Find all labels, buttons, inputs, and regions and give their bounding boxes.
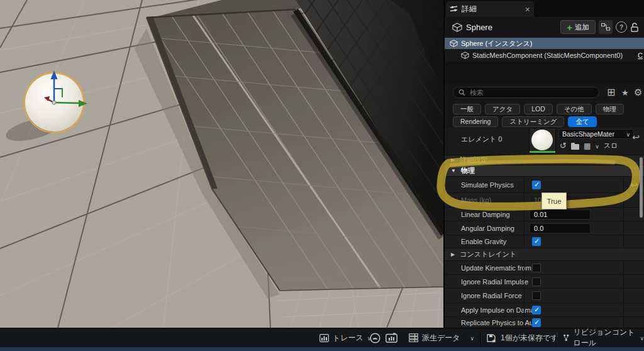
- cube-icon: [450, 40, 458, 47]
- row-linear-damping: Linear Damping 0.01: [445, 208, 644, 221]
- use-selected-asset-icon[interactable]: [560, 141, 567, 150]
- tree-item-staticmeshcomponent[interactable]: StaticMeshComponent (StaticMeshComponent…: [445, 49, 644, 62]
- scene: [0, 0, 443, 328]
- ignore-radial-impulse-checkbox[interactable]: [532, 277, 541, 286]
- row-ignore-radial-impulse: Ignore Radial Impulse: [445, 275, 644, 289]
- camera-icon: [386, 333, 397, 343]
- chevron-right-icon: [451, 252, 455, 257]
- divider: [480, 331, 482, 345]
- lock-open-icon[interactable]: [630, 22, 639, 33]
- object-name: Sphere: [466, 23, 492, 32]
- unreal-editor-window: { "panel": { "tab_title": "詳細", "header"…: [0, 0, 644, 351]
- enable-gravity-checkbox[interactable]: [532, 237, 541, 246]
- browse-folder-icon[interactable]: [571, 144, 579, 150]
- asset-color-bar: [530, 151, 555, 153]
- filter-physics[interactable]: 物理: [596, 104, 624, 114]
- chevron-down-icon: [640, 333, 644, 342]
- details-sliders-icon: [450, 5, 458, 13]
- close-icon[interactable]: [525, 4, 530, 14]
- gauge-icon: [370, 333, 380, 343]
- search-row: [445, 82, 644, 103]
- help-icon[interactable]: [616, 21, 627, 33]
- chevron-down-icon[interactable]: [595, 142, 599, 150]
- linear-damping-input[interactable]: 0.01: [530, 209, 591, 220]
- node-graph-icon: [601, 23, 610, 31]
- material-dropdown[interactable]: BasicShapeMater: [558, 129, 634, 139]
- display-options-icon[interactable]: [607, 87, 615, 98]
- viewport-3d[interactable]: [0, 0, 443, 328]
- chevron-down-icon: [470, 333, 475, 342]
- chevron-down-icon: [626, 130, 630, 138]
- section-constraints[interactable]: コンストレイント: [445, 248, 644, 261]
- tab-details[interactable]: 詳細: [446, 1, 534, 17]
- material-thumbnail[interactable]: [529, 128, 556, 153]
- material-element-row: エレメント 0 BasicShapeMater スロ: [445, 127, 644, 155]
- details-panel: 詳細 Sphere + 追加: [443, 0, 644, 328]
- filter-rendering[interactable]: Rendering: [453, 116, 498, 127]
- row-ignore-radial-force: Ignore Radial Force: [445, 289, 644, 303]
- cube-icon: [452, 23, 462, 32]
- search-box[interactable]: [453, 87, 599, 98]
- row-replicate-physics: Replicate Physics to Aut...: [445, 317, 644, 328]
- filter-misc[interactable]: その他: [557, 104, 592, 114]
- revision-control-menu[interactable]: リビジョンコントロール: [563, 328, 644, 347]
- tooltip: True: [541, 192, 567, 209]
- apply-impulse-checkbox[interactable]: [532, 306, 541, 315]
- derived-data-menu[interactable]: 派生データ: [409, 328, 474, 347]
- add-component-button[interactable]: + 追加: [560, 20, 596, 34]
- filter-actor[interactable]: アクタ: [485, 104, 520, 114]
- filter-general[interactable]: 一般: [453, 104, 481, 114]
- component-tree: Sphere (インスタンス) StaticMeshComponent (Sta…: [445, 38, 644, 82]
- filter-all[interactable]: 全て: [568, 116, 596, 127]
- row-angular-damping: Angular Damping 0.0: [445, 221, 644, 235]
- simulate-physics-checkbox[interactable]: [532, 181, 541, 189]
- replicate-physics-checkbox[interactable]: [532, 318, 541, 327]
- trace-menu[interactable]: トレース: [319, 328, 371, 347]
- favorites-icon[interactable]: [621, 87, 629, 99]
- section-advanced[interactable]: 詳細設定: [445, 155, 644, 165]
- filter-lod[interactable]: LOD: [524, 104, 553, 114]
- divider: [556, 331, 557, 345]
- slot-label: スロ: [604, 141, 618, 150]
- window-bottom-strip: [0, 347, 644, 351]
- edit-link[interactable]: C: [638, 52, 643, 59]
- chevron-right-icon: [451, 157, 455, 163]
- snapshot-button[interactable]: [386, 328, 397, 347]
- filter-chips-row2: Rendering ストリーミング 全て: [453, 116, 597, 127]
- branch-icon: [563, 333, 569, 343]
- blueprint-node-button[interactable]: [599, 20, 613, 34]
- reset-to-default-icon[interactable]: [630, 180, 638, 190]
- ignore-radial-force-checkbox[interactable]: [532, 291, 541, 300]
- magnifier-icon: [458, 89, 465, 96]
- tab-title: 詳細: [462, 4, 521, 14]
- panel-header: Sphere + 追加: [445, 17, 644, 38]
- row-enable-gravity: Enable Gravity: [445, 235, 644, 248]
- asset-grid-icon[interactable]: [584, 142, 591, 150]
- panel-scrollbar[interactable]: [640, 157, 643, 218]
- stack-icon: [409, 333, 418, 342]
- element-label: エレメント 0: [461, 135, 502, 144]
- reset-material-icon[interactable]: [632, 132, 640, 142]
- mass-override-checkbox[interactable]: [448, 196, 458, 205]
- insights-timer-button[interactable]: [370, 328, 380, 347]
- cube-icon: [461, 52, 469, 59]
- unsaved-indicator[interactable]: 1個が未保存です: [487, 328, 558, 347]
- status-bar: トレース 派生データ 1個が未保存です: [0, 328, 644, 347]
- chevron-down-icon: [451, 168, 456, 174]
- filter-chips-row1: 一般 アクタ LOD その他 物理: [453, 104, 624, 114]
- save-disk-icon: [487, 333, 497, 343]
- bar-chart-icon: [319, 334, 329, 342]
- search-input[interactable]: [469, 88, 594, 97]
- panel-tab-bar: 詳細: [445, 0, 644, 17]
- filter-streaming[interactable]: ストリーミング: [502, 116, 564, 127]
- update-kinematic-checkbox[interactable]: [532, 264, 541, 272]
- section-physics[interactable]: 物理: [445, 165, 644, 177]
- row-apply-impulse: Apply Impulse on Dama...: [445, 303, 644, 317]
- angular-damping-input[interactable]: 0.0: [530, 223, 591, 233]
- material-sphere-preview: [531, 130, 553, 150]
- material-tool-icons: スロ: [560, 141, 618, 150]
- tree-item-sphere-instance[interactable]: Sphere (インスタンス): [445, 38, 644, 49]
- row-update-kinematic: Update Kinematic from...: [445, 261, 644, 275]
- plus-icon: +: [567, 23, 572, 32]
- settings-gear-icon[interactable]: [634, 87, 642, 98]
